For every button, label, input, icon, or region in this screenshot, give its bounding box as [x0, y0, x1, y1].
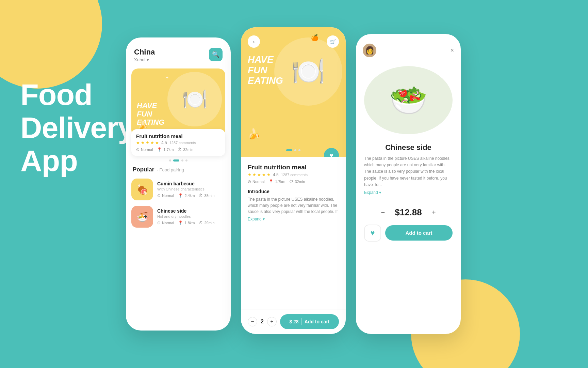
phone2-time: ⏱ 32min — [289, 179, 305, 184]
price-divider — [301, 318, 302, 325]
cumin-time: ⏱ 38min — [199, 193, 214, 198]
dot-1-active — [286, 149, 292, 151]
dot-4 — [185, 159, 187, 162]
item-name-cumin: Cumin barbecue — [157, 181, 225, 186]
phone2-dots — [286, 149, 300, 151]
chevron-down-icon: ▾ — [263, 217, 265, 221]
phone3-favorite-button[interactable]: ♥ — [364, 225, 381, 242]
phone2-content: Fruit nutrition meal ★ ★ ★ ★ ★ 4.5 1287 … — [241, 157, 346, 225]
phone3-food-image-area: 🥗 — [356, 63, 461, 138]
user-avatar: 👩 — [363, 44, 376, 57]
phone2-bottom-bar: − 2 + $ 28 Add to cart — [241, 309, 346, 334]
hero-line1: Food — [20, 78, 134, 111]
cumin-size: ⊙ Normal — [157, 193, 174, 198]
chevron-down-icon: ▾ — [147, 57, 149, 62]
chinese-distance: 📍 1.8km — [178, 220, 195, 225]
item-info-chinese: Chinese side Hot and dry noodles ⊙ Norma… — [157, 208, 225, 225]
search-icon: 🔍 — [212, 51, 219, 58]
banner-dots — [126, 159, 231, 162]
expand-button[interactable]: Expand ▾ — [248, 217, 339, 221]
star-4: ★ — [262, 172, 266, 177]
dot-2-active — [173, 159, 179, 162]
phones-area: China Xuhui ▾ 🔍 HAVE FUN EATING 🍽️ 🍌 ✦ — [126, 27, 588, 334]
list-item[interactable]: 🍖 Cumin barbecue With Chinese characteri… — [126, 176, 231, 203]
popular-section-header: Popular · Food pairing — [126, 164, 231, 176]
decrease-price-button[interactable]: − — [378, 207, 388, 217]
location-icon: 📍 — [268, 179, 274, 184]
phone2-distance: 📍 1.7km — [268, 179, 285, 184]
favorite-button[interactable]: ♥ — [324, 148, 339, 157]
cumin-distance: 📍 2.4km — [178, 193, 195, 198]
close-button[interactable]: × — [450, 47, 454, 54]
hero-text: Food Delivery App — [20, 78, 134, 177]
quantity-control: − 2 + — [248, 317, 277, 326]
phone3-food-image: 🥗 — [364, 66, 453, 134]
phone1-district: Xuhui ▾ — [134, 57, 155, 62]
decrease-quantity-button[interactable]: − — [248, 317, 257, 326]
star-1: ★ — [248, 172, 251, 177]
dot-3 — [181, 159, 183, 162]
item-image-chinese: 🍜 — [131, 206, 153, 228]
phone1-featured-card[interactable]: Fruit nutrition meal ★ ★ ★ ★ ★ 4.5 1287 … — [131, 129, 225, 156]
size-icon: ⊙ — [157, 220, 161, 225]
clock-icon: ⏱ — [178, 147, 182, 152]
star-3: ★ — [146, 140, 149, 145]
phone2-comments: 1287 comments — [281, 173, 308, 177]
size-icon: ⊙ — [157, 193, 161, 198]
star-half: ★ — [155, 140, 159, 145]
phone-1: China Xuhui ▾ 🔍 HAVE FUN EATING 🍽️ 🍌 ✦ — [126, 37, 231, 331]
phone2-description: The pasta in the picture USES alkaline n… — [248, 196, 339, 215]
star-2: ★ — [252, 172, 256, 177]
star-1: ★ — [136, 140, 140, 145]
phone2-banana: 🍌 — [248, 128, 260, 140]
phone1-location-info: China Xuhui ▾ — [134, 48, 155, 62]
phone2-item-name: Fruit nutrition meal — [248, 164, 339, 171]
item-meta-cumin: ⊙ Normal 📍 2.4km ⏱ 38min — [157, 193, 225, 198]
list-item[interactable]: 🍜 Chinese side Hot and dry noodles ⊙ Nor… — [126, 203, 231, 230]
rating-number: 4.5 — [161, 140, 167, 145]
phone1-banner: HAVE FUN EATING 🍽️ 🍌 ✦ — [131, 68, 225, 137]
phone2-rating: ★ ★ ★ ★ ★ 4.5 1287 comments — [248, 172, 339, 177]
clock-icon: ⏱ — [199, 220, 203, 225]
sparkle-1: ✦ — [165, 75, 169, 80]
phone2-banner: ‹ 🛒 HAVE FUN EATING 🍽️ 🍌 🍊 ♥ — [241, 27, 346, 157]
banana-decoration: 🍌 — [138, 121, 147, 130]
introduce-label: Introduce — [248, 189, 339, 194]
phone-3: 👩 × 🥗 Chinese side The pasta in the pict… — [356, 34, 461, 334]
phone3-price-row: − $12.88 + — [356, 207, 461, 218]
dot-1 — [169, 159, 171, 162]
phone3-item-name: Chinese side — [364, 143, 453, 152]
dot-3 — [298, 149, 300, 151]
distance-info: 📍 1.7km — [157, 147, 174, 152]
back-button[interactable]: ‹ — [248, 35, 260, 48]
add-to-cart-button[interactable]: $ 28 Add to cart — [280, 314, 339, 329]
phone3-content: Chinese side The pasta in the picture US… — [356, 138, 461, 200]
phone2-plate: 🍽️ — [274, 37, 342, 106]
phone3-add-to-cart-button[interactable]: Add to cart — [385, 225, 453, 241]
price-display: $ 28 — [289, 319, 298, 324]
item-sub-chinese: Hot and dry noodles — [157, 214, 225, 218]
item-info-cumin: Cumin barbecue With Chinese characterist… — [157, 181, 225, 198]
chevron-down-icon: ▾ — [379, 190, 381, 195]
phone3-description: The pasta in the picture USES alkaline n… — [364, 155, 453, 188]
phone3-expand-button[interactable]: Expand ▾ — [364, 190, 453, 195]
phone1-header: China Xuhui ▾ 🔍 — [126, 37, 231, 66]
star-2: ★ — [141, 140, 145, 145]
clock-icon: ⏱ — [199, 193, 203, 198]
item-name-chinese: Chinese side — [157, 208, 225, 214]
comment-count: 1287 comments — [169, 141, 196, 145]
rating-stars: ★ ★ ★ ★ ★ 4.5 1287 comments — [136, 140, 220, 145]
size-icon: ⊙ — [248, 179, 251, 184]
star-3: ★ — [257, 172, 261, 177]
phone-2: ‹ 🛒 HAVE FUN EATING 🍽️ 🍌 🍊 ♥ Fruit nutri… — [241, 27, 346, 334]
phone1-city: China — [134, 48, 155, 57]
increase-price-button[interactable]: + — [429, 207, 439, 217]
time-info: ⏱ 32min — [178, 147, 193, 152]
increase-quantity-button[interactable]: + — [267, 317, 277, 326]
search-button[interactable]: 🔍 — [209, 48, 223, 61]
phone2-size: ⊙ Normal — [248, 179, 264, 184]
popular-sub: · Food pairing — [157, 167, 184, 172]
clock-icon: ⏱ — [289, 179, 293, 184]
location-icon: 📍 — [178, 193, 183, 198]
item-sub-cumin: With Chinese characteristics — [157, 187, 225, 191]
